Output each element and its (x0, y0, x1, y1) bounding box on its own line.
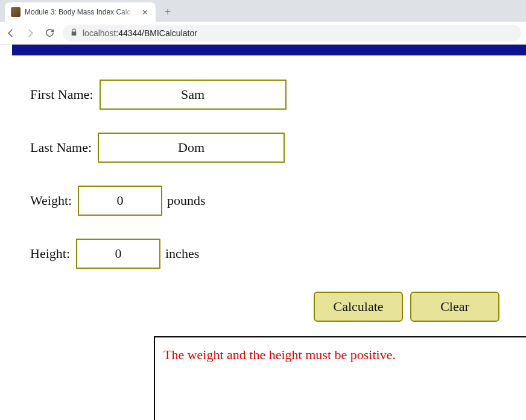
validation-message: The weight and the height must be positi… (163, 347, 518, 363)
header-bar (12, 45, 526, 55)
output-box: The weight and the height must be positi… (154, 336, 526, 420)
weight-label: Weight: (30, 193, 72, 208)
calculate-button[interactable]: Calculate (314, 292, 403, 322)
back-icon[interactable] (5, 27, 17, 39)
tab-title: Module 3: Body Mass Index Calc (25, 8, 136, 16)
weight-input[interactable] (78, 186, 162, 216)
browser-tab[interactable]: Module 3: Body Mass Index Calc ✕ (5, 2, 156, 22)
last-name-label: Last Name: (30, 140, 92, 155)
close-icon[interactable]: ✕ (141, 8, 150, 17)
first-name-input[interactable] (100, 80, 287, 110)
clear-button[interactable]: Clear (410, 292, 499, 322)
address-bar[interactable]: localhost:44344/BMICalculator (63, 25, 521, 42)
new-tab-button[interactable]: + (159, 4, 176, 20)
button-row: Calculate Clear (314, 292, 526, 322)
favicon-icon (11, 7, 21, 17)
first-name-label: First Name: (30, 87, 93, 102)
reload-icon[interactable] (43, 27, 55, 39)
weight-unit: pounds (167, 193, 206, 208)
bmi-form: First Name: Last Name: Weight: pounds He… (0, 55, 526, 420)
url-text: localhost:44344/BMICalculator (83, 28, 197, 38)
height-input[interactable] (76, 239, 160, 269)
last-name-row: Last Name: (30, 133, 526, 163)
lock-icon (70, 28, 78, 38)
page-content: First Name: Last Name: Weight: pounds He… (0, 45, 526, 420)
first-name-row: First Name: (30, 80, 526, 110)
weight-row: Weight: pounds (30, 186, 526, 216)
browser-toolbar: localhost:44344/BMICalculator (0, 22, 526, 45)
height-row: Height: inches (30, 239, 526, 269)
last-name-input[interactable] (98, 133, 285, 163)
height-unit: inches (165, 246, 199, 262)
forward-icon[interactable] (24, 27, 36, 39)
height-label: Height: (30, 246, 70, 262)
browser-tabstrip: Module 3: Body Mass Index Calc ✕ + (0, 0, 526, 22)
